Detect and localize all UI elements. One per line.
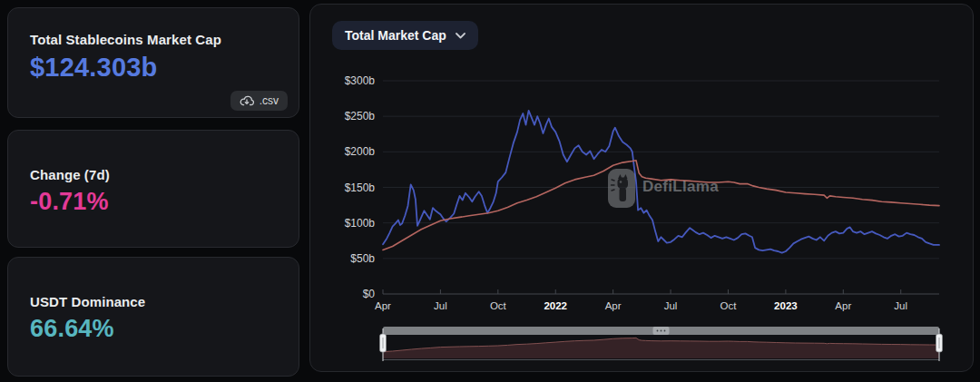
blue-line-series-line <box>383 111 939 253</box>
y-axis-tick-label: $300b <box>345 74 376 87</box>
y-axis-tick-label: $0 <box>363 288 376 300</box>
y-axis-tick-label: $250b <box>345 110 376 122</box>
x-axis-tick-label: Jul <box>664 300 678 311</box>
scrollbar-grip-dot <box>664 330 666 332</box>
y-axis-tick-label: $50b <box>350 252 375 265</box>
download-csv-button[interactable]: .csv <box>230 91 288 111</box>
csv-button-label: .csv <box>260 94 279 107</box>
chart-canvas[interactable]: $0$50b$100b$150b$200b$250b$300bAprJulOct… <box>310 5 973 371</box>
scrollbar-grip-dot <box>657 330 659 332</box>
cloud-download-icon <box>240 94 254 107</box>
x-axis-tick-label: Apr <box>375 300 391 311</box>
usdt-dominance-card: USDT Dominance 66.64% <box>7 257 299 377</box>
x-axis-tick-label: Jul <box>894 300 907 311</box>
y-axis-tick-label: $200b <box>345 145 376 158</box>
x-axis-tick-label: 2022 <box>544 300 567 311</box>
x-axis-tick-label: Oct <box>720 300 738 311</box>
change-7d-label: Change (7d) <box>30 167 277 182</box>
x-axis-tick-label: Apr <box>835 300 851 311</box>
change-7d-value: -0.71% <box>30 188 277 216</box>
y-axis-tick-label: $150b <box>345 181 376 194</box>
x-axis-tick-label: Oct <box>490 300 507 311</box>
usdt-dominance-label: USDT Dominance <box>30 294 277 309</box>
change-7d-card: Change (7d) -0.71% <box>7 130 299 248</box>
y-axis-tick-label: $100b <box>345 217 376 230</box>
stats-sidebar: Total Stablecoins Market Cap $124.303b .… <box>7 7 299 377</box>
x-axis-tick-label: Jul <box>434 300 447 311</box>
scrollbar-grip-dot <box>661 330 662 332</box>
x-axis-tick-label: Apr <box>605 300 622 311</box>
market-cap-chart-card: Total Market Cap $0$50b$100b$150b$200b$2… <box>309 4 974 372</box>
total-stablecoins-market-cap-card: Total Stablecoins Market Cap $124.303b .… <box>7 7 299 118</box>
total-stablecoins-market-cap-value: $124.303b <box>30 53 277 83</box>
usdt-dominance-value: 66.64% <box>30 315 277 343</box>
x-axis-tick-label: 2023 <box>774 300 798 311</box>
total-stablecoins-market-cap-label: Total Stablecoins Market Cap <box>30 32 277 47</box>
stablecoins-dashboard: Total Stablecoins Market Cap $124.303b .… <box>0 0 980 382</box>
